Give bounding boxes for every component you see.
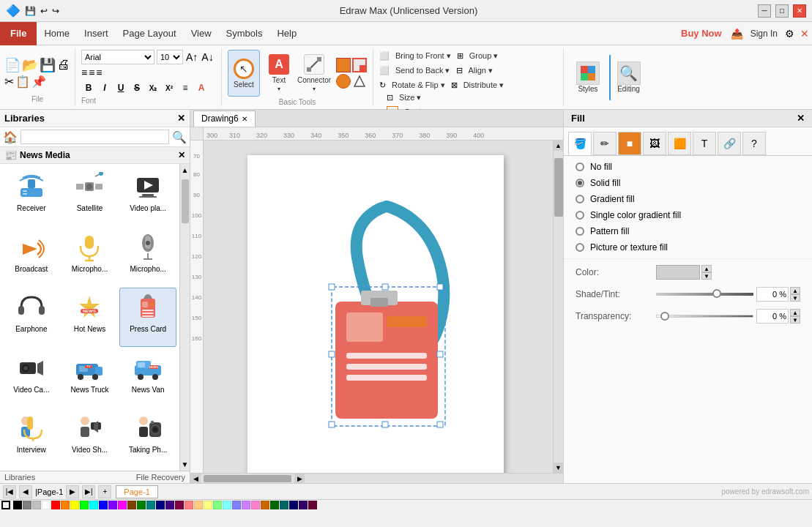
shade-spin-down[interactable]: ▼ (790, 294, 800, 302)
symbol-item-hot_news[interactable]: NEWSHot News (62, 288, 119, 347)
cut-icon[interactable]: ✂ (4, 75, 14, 89)
page-next-btn[interactable]: ▶ (66, 485, 79, 498)
distribute-button[interactable]: Distribute ▾ (461, 79, 507, 91)
shape-btn-2[interactable] (352, 58, 367, 72)
fill-tab-gradient[interactable]: 🟧 (668, 132, 691, 155)
align-left-icon[interactable]: ≡ (81, 67, 87, 78)
bold-button[interactable]: B (81, 81, 96, 95)
font-size-select[interactable]: 10 (157, 50, 183, 64)
solid-fill-radio[interactable] (576, 179, 584, 187)
drawing-canvas[interactable] (204, 141, 553, 473)
align-button[interactable]: Align ▾ (466, 64, 496, 77)
save-icon[interactable]: 💾 (40, 57, 56, 73)
font-family-select[interactable]: Arial (81, 50, 154, 64)
buy-now-link[interactable]: Buy Now (675, 28, 728, 39)
drawing6-tab[interactable]: Drawing6 ✕ (193, 111, 256, 127)
scroll-down-button[interactable]: ▼ (554, 463, 564, 473)
transparency-spin-down[interactable]: ▼ (790, 316, 800, 324)
insert-menu[interactable]: Insert (77, 22, 116, 45)
view-menu[interactable]: View (184, 22, 219, 45)
library-home-icon[interactable]: 🏠 (3, 130, 18, 144)
symbol-item-news_van[interactable]: NEWSNews Van (119, 348, 176, 408)
color-swatch[interactable] (80, 501, 89, 509)
color-swatch[interactable] (232, 501, 241, 509)
no-fill-option[interactable]: No fill (576, 162, 800, 172)
libraries-close-icon[interactable]: ✕ (177, 113, 185, 124)
color-swatch[interactable] (108, 501, 117, 509)
home-menu[interactable]: Home (37, 22, 77, 45)
superscript-button[interactable]: X² (162, 81, 176, 95)
page-layout-menu[interactable]: Page Layout (116, 22, 184, 45)
scroll-left-button[interactable]: ◀ (190, 474, 201, 484)
color-swatch[interactable] (118, 501, 127, 509)
news-media-close-icon[interactable]: ✕ (178, 150, 185, 160)
scroll-thumb-vertical[interactable] (554, 158, 563, 217)
solid-fill-option[interactable]: Solid fill (576, 178, 800, 188)
shade-value-input[interactable] (756, 287, 789, 302)
symbol-item-news_truck[interactable]: TVNews Truck (62, 348, 119, 408)
quick-save[interactable]: 💾 (25, 6, 36, 16)
scroll-thumb-sidebar[interactable] (182, 179, 189, 223)
redo-btn[interactable]: ↪ (52, 6, 59, 16)
copy-icon[interactable]: 📋 (15, 75, 30, 89)
color-swatch[interactable] (251, 501, 260, 509)
shape-btn-1[interactable] (336, 58, 351, 72)
gradient-fill-radio[interactable] (576, 195, 584, 203)
close-app-icon[interactable]: ✕ (797, 28, 812, 40)
align-right-icon[interactable]: ≡ (96, 67, 102, 78)
symbol-item-satellite[interactable]: Satellite (62, 167, 119, 226)
no-fill-swatch[interactable] (1, 501, 10, 509)
page-last-btn[interactable]: ▶| (82, 485, 95, 498)
settings-icon[interactable]: ⚙ (782, 28, 797, 40)
transparency-slider[interactable] (656, 315, 753, 318)
fill-panel-close-icon[interactable]: ✕ (797, 113, 805, 124)
shade-thumb[interactable] (712, 289, 721, 298)
size-button[interactable]: Size ▾ (396, 91, 424, 104)
open-icon[interactable]: 📂 (22, 57, 38, 73)
color-swatch[interactable] (42, 501, 51, 509)
fill-tab-shadow[interactable]: ■ (618, 132, 641, 155)
font-grow-icon[interactable]: A↑ (185, 51, 198, 64)
drawing6-tab-close[interactable]: ✕ (242, 115, 247, 123)
bring-to-front-button[interactable]: Bring to Front ▾ (392, 50, 454, 62)
color-spin-down[interactable]: ▼ (701, 272, 712, 280)
editing-button[interactable]: 🔍 Editing (609, 54, 646, 101)
color-swatch[interactable] (127, 501, 136, 509)
shade-spin-up[interactable]: ▲ (790, 287, 800, 294)
select-button[interactable]: ↖ Select (228, 50, 260, 97)
symbol-item-broadcast[interactable]: Broadcast (3, 228, 60, 287)
underline-button[interactable]: U (113, 81, 128, 95)
align-center-icon[interactable]: ≡ (89, 67, 94, 78)
pattern-fill-option[interactable]: Pattern fill (576, 226, 800, 236)
symbol-item-earphone[interactable]: Earphone (3, 288, 60, 347)
symbol-item-microphone2[interactable]: Micropho... (119, 228, 176, 287)
page-prev-btn[interactable]: ◀ (19, 485, 32, 498)
color-swatch[interactable] (242, 501, 250, 509)
color-swatch[interactable] (99, 501, 108, 509)
symbol-item-taking_photo[interactable]: Taking Ph... (119, 408, 176, 468)
color-swatch[interactable] (146, 501, 155, 509)
color-swatch[interactable] (13, 501, 22, 509)
minimize-button[interactable]: ─ (758, 4, 771, 18)
single-color-gradient-radio[interactable] (576, 211, 584, 220)
shape-btn-3[interactable] (336, 74, 351, 89)
color-swatch[interactable] (61, 501, 70, 509)
paste-icon[interactable]: 📌 (31, 75, 46, 89)
help-menu[interactable]: Help (269, 22, 304, 45)
color-swatch[interactable] (51, 501, 60, 509)
fill-tab-link[interactable]: 🔗 (718, 132, 741, 155)
page-first-btn[interactable]: |◀ (3, 485, 16, 498)
color-spin-up[interactable]: ▲ (701, 265, 712, 272)
rotate-flip-button[interactable]: Rotate & Flip ▾ (389, 79, 448, 91)
canvas-horizontal-scrollbar[interactable]: ◀ ▶ (190, 473, 563, 483)
color-swatch[interactable] (261, 501, 269, 509)
color-swatch[interactable] (299, 501, 308, 509)
color-swatch[interactable] (194, 501, 203, 509)
font-shrink-icon[interactable]: A↓ (201, 51, 214, 64)
transparency-spin-up[interactable]: ▲ (790, 309, 800, 316)
scroll-up-arrow[interactable]: ▲ (179, 164, 190, 176)
color-swatch[interactable] (23, 501, 31, 509)
scroll-up-button[interactable]: ▲ (554, 141, 564, 151)
group-button[interactable]: Group ▾ (466, 50, 502, 62)
symbol-item-interview[interactable]: Interview (3, 408, 60, 468)
